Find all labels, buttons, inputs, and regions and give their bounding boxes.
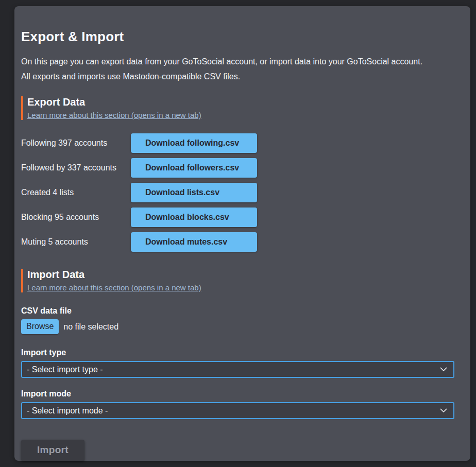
chevron-down-icon <box>440 408 447 413</box>
export-row-blocks: Blocking 95 accounts Download blocks.csv <box>21 207 454 227</box>
export-row-label: Following 397 accounts <box>21 139 131 148</box>
import-type-field: Import type - Select import type - <box>21 348 454 378</box>
csv-file-field: CSV data file Browse no file selected <box>21 306 454 334</box>
import-submit-button[interactable]: Import <box>21 440 84 461</box>
download-mutes-button[interactable]: Download mutes.csv <box>131 232 257 252</box>
import-type-select[interactable]: - Select import type - <box>21 361 454 378</box>
download-lists-button[interactable]: Download lists.csv <box>131 183 257 202</box>
export-row-label: Blocking 95 accounts <box>21 213 131 222</box>
import-mode-selected-value: - Select import mode - <box>27 406 108 416</box>
export-rows: Following 397 accounts Download followin… <box>21 133 454 252</box>
export-row-label: Created 4 lists <box>21 188 131 197</box>
export-row-label: Followed by 337 accounts <box>21 163 131 172</box>
page-title: Export & Import <box>21 29 454 45</box>
export-data-heading: Export Data <box>27 96 454 108</box>
export-row-following: Following 397 accounts Download followin… <box>21 133 454 153</box>
import-mode-select[interactable]: - Select import mode - <box>21 402 454 419</box>
import-data-heading: Import Data <box>27 269 454 281</box>
export-data-section: Export Data Learn more about this sectio… <box>21 96 454 252</box>
page-description-line-1: On this page you can export data from yo… <box>21 54 454 69</box>
export-row-lists: Created 4 lists Download lists.csv <box>21 183 454 202</box>
browse-button[interactable]: Browse <box>21 319 59 334</box>
import-data-section-header: Import Data Learn more about this sectio… <box>21 269 454 292</box>
export-learn-more-link[interactable]: Learn more about this section (opens in … <box>27 111 201 119</box>
download-followers-button[interactable]: Download followers.csv <box>131 158 257 178</box>
file-status-text: no file selected <box>63 322 118 332</box>
download-blocks-button[interactable]: Download blocks.csv <box>131 207 257 227</box>
page-description: On this page you can export data from yo… <box>21 54 454 84</box>
export-row-label: Muting 5 accounts <box>21 237 131 247</box>
export-data-section-header: Export Data Learn more about this sectio… <box>21 96 454 120</box>
csv-file-label: CSV data file <box>21 306 454 316</box>
import-data-section: Import Data Learn more about this sectio… <box>21 269 454 461</box>
import-type-label: Import type <box>21 348 454 357</box>
export-row-mutes: Muting 5 accounts Download mutes.csv <box>21 232 454 252</box>
import-mode-label: Import mode <box>21 389 454 399</box>
export-row-followers: Followed by 337 accounts Download follow… <box>21 158 454 178</box>
chevron-down-icon <box>440 367 447 372</box>
download-following-button[interactable]: Download following.csv <box>131 133 257 153</box>
import-learn-more-link[interactable]: Learn more about this section (opens in … <box>27 283 201 292</box>
import-type-selected-value: - Select import type - <box>27 365 103 374</box>
page-description-line-2: All exports and imports use Mastodon-com… <box>21 69 454 84</box>
file-input-row: Browse no file selected <box>21 319 454 334</box>
export-import-panel: Export & Import On this page you can exp… <box>14 6 470 461</box>
import-mode-field: Import mode - Select import mode - <box>21 389 454 419</box>
